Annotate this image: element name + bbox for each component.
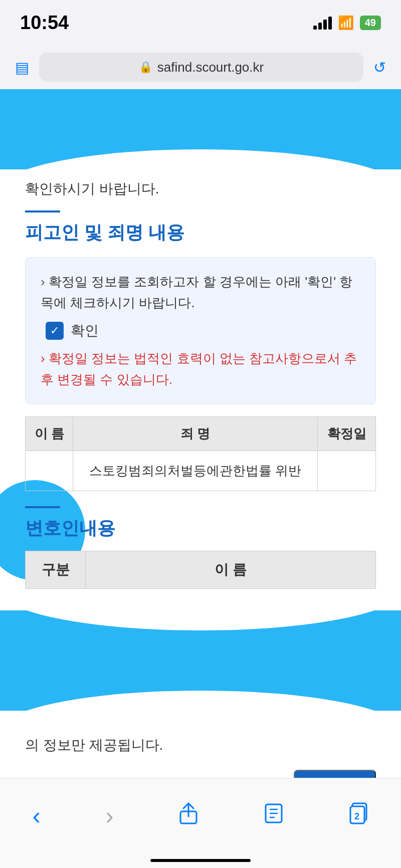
- nav-bookmarks-button[interactable]: [264, 802, 284, 829]
- nav-share-button[interactable]: [178, 802, 198, 829]
- attorney-table: 구분 이 름: [25, 551, 376, 589]
- col-header-name: 이 름: [26, 417, 73, 451]
- checkbox-row[interactable]: ✓ 확인: [46, 321, 360, 340]
- cell-date: [318, 451, 376, 491]
- battery-indicator: 49: [360, 16, 381, 30]
- signal-icon: [313, 16, 332, 30]
- bottom-nav: ‹ › 2: [0, 778, 401, 868]
- section1-heading: 피고인 및 죄명 내용: [25, 221, 376, 245]
- nav-back-button[interactable]: ‹: [33, 802, 41, 829]
- nav-forward-button[interactable]: ›: [105, 802, 113, 829]
- section2-heading: 변호인내용: [25, 516, 376, 541]
- url-text: safind.scourt.go.kr: [157, 60, 264, 75]
- lock-icon: 🔒: [139, 61, 152, 74]
- info-box: 확정일 정보를 조회하고자 할 경우에는 아래 '확인' 항목에 체크하시기 바…: [25, 257, 376, 404]
- back-icon: ‹: [33, 802, 41, 829]
- section2-divider: [25, 506, 60, 508]
- confirm-checkbox[interactable]: ✓: [46, 322, 64, 340]
- refresh-icon[interactable]: ↺: [373, 59, 386, 76]
- truncated-text: 확인하시기 바랍니다.: [25, 179, 376, 198]
- browser-menu-icon[interactable]: ▤: [15, 59, 29, 76]
- status-time: 10:54: [20, 12, 69, 34]
- svg-text:2: 2: [354, 811, 359, 821]
- defendant-table: 이 름 죄 명 확정일 스토킹범죄의처벌등에관한법률 위반: [25, 416, 376, 491]
- cell-name: [26, 451, 73, 491]
- col-header-atty-name: 이 름: [86, 551, 376, 589]
- status-bar: 10:54 📶 49: [0, 0, 401, 45]
- tabs-icon: 2: [348, 802, 368, 829]
- share-icon: [178, 802, 198, 829]
- table-row: 스토킹범죄의처벌등에관한법률 위반: [26, 451, 376, 491]
- bottom-text: 의 정보만 제공됩니다.: [25, 736, 376, 755]
- section1-divider: [25, 210, 60, 212]
- warning-text: 확정일 정보는 법적인 효력이 없는 참고사항으로서 추후 변경될 수 있습니다…: [41, 348, 360, 390]
- status-icons: 📶 49: [313, 15, 381, 31]
- main-content: 확인하시기 바랍니다. 피고인 및 죄명 내용 확정일 정보를 조회하고자 할 …: [0, 89, 401, 778]
- wifi-icon: 📶: [338, 15, 354, 31]
- info-box-line1: 확정일 정보를 조회하고자 할 경우에는 아래 '확인' 항목에 체크하시기 바…: [41, 272, 360, 313]
- col-header-date: 확정일: [318, 417, 376, 451]
- browser-bar: ▤ 🔒 safind.scourt.go.kr ↺: [0, 45, 401, 89]
- checkbox-label: 확인: [71, 321, 99, 340]
- col-header-crime: 죄 명: [73, 417, 318, 451]
- home-indicator: [150, 859, 251, 862]
- forward-icon: ›: [105, 802, 113, 829]
- cell-crime: 스토킹범죄의처벌등에관한법률 위반: [73, 451, 318, 491]
- top-button[interactable]: Top ▲: [294, 770, 376, 778]
- nav-tabs-button[interactable]: 2: [348, 802, 368, 829]
- page-body: 확인하시기 바랍니다. 피고인 및 죄명 내용 확정일 정보를 조회하고자 할 …: [0, 169, 401, 599]
- col-header-type: 구분: [26, 551, 86, 589]
- bottom-section: 의 정보만 제공됩니다. Top ▲: [0, 726, 401, 778]
- url-bar[interactable]: 🔒 safind.scourt.go.kr: [39, 53, 363, 82]
- bookmarks-icon: [264, 802, 284, 829]
